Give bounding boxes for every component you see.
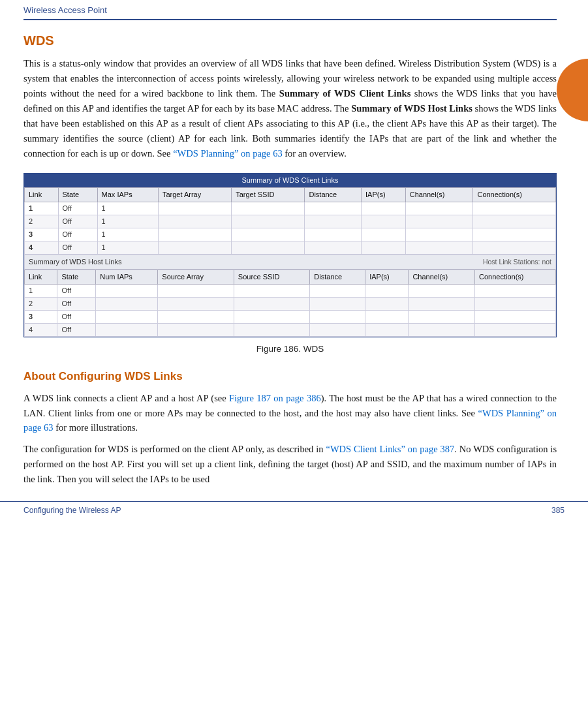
about-heading: About Configuring WDS Links: [23, 368, 557, 385]
footer-left: Configuring the Wireless AP: [23, 504, 121, 517]
col-iaps: IAP(s): [362, 187, 406, 202]
wds-figure: Summary of WDS Client Links Link State M…: [23, 173, 557, 338]
client-links-header: Summary of WDS Client Links: [24, 174, 556, 187]
table-row: 4 Off 1: [25, 241, 556, 255]
host-col-source-array: Source Array: [158, 270, 234, 285]
figure-caption: Figure 186. WDS: [23, 343, 557, 356]
col-connections: Connection(s): [473, 187, 556, 202]
wds-description: This is a status-only window that provid…: [23, 56, 557, 161]
header-title: Wireless Access Point: [23, 5, 107, 15]
host-col-iaps: IAP(s): [365, 270, 409, 285]
host-col-distance: Distance: [310, 270, 365, 285]
table-row: 3 Off 1: [25, 228, 556, 241]
host-col-source-ssid: Source SSID: [234, 270, 309, 285]
host-links-label: Summary of WDS Host Links: [29, 258, 121, 266]
decorative-circle: [557, 59, 588, 121]
col-distance: Distance: [305, 187, 362, 202]
host-col-num-iaps: Num IAPs: [96, 270, 158, 285]
host-links-table: Link State Num IAPs Source Array Source …: [24, 270, 556, 337]
wds-heading: WDS: [23, 31, 557, 51]
col-link: Link: [25, 187, 59, 202]
table-row: 1 Off 1: [25, 202, 556, 215]
host-col-link: Link: [25, 270, 57, 285]
col-channels: Channel(s): [405, 187, 473, 202]
page-footer: Configuring the Wireless AP 385: [0, 501, 588, 519]
figure-187-link[interactable]: Figure 187 on page 386: [229, 393, 321, 403]
table-row: 3 Off: [25, 311, 556, 324]
host-col-state: State: [57, 270, 96, 285]
wds-planning-link[interactable]: “WDS Planning” on page 63: [173, 148, 283, 159]
page-header: Wireless Access Point: [23, 0, 557, 20]
table-row: 1 Off: [25, 285, 556, 298]
host-col-connections: Connection(s): [475, 270, 556, 285]
host-links-separator: Summary of WDS Host Links Host Link Stat…: [24, 255, 556, 270]
col-target-ssid: Target SSID: [232, 187, 305, 202]
client-links-table: Link State Max IAPs Target Array Target …: [24, 187, 556, 255]
col-state: State: [58, 187, 97, 202]
about-paragraph-1: A WDS link connects a client AP and a ho…: [23, 391, 557, 436]
col-target-array: Target Array: [158, 187, 231, 202]
footer-right: 385: [551, 504, 565, 517]
table-row: 4 Off: [25, 324, 556, 337]
table-row: 2 Off 1: [25, 215, 556, 228]
host-stations-note: Host Link Stations: not: [483, 256, 551, 267]
about-paragraph-2: The configuration for WDS is performed o…: [23, 442, 557, 487]
col-max-iaps: Max IAPs: [97, 187, 158, 202]
wds-client-links-link[interactable]: “WDS Client Links” on page 387: [326, 444, 454, 454]
host-col-channels: Channel(s): [409, 270, 475, 285]
wds-planning-link-2[interactable]: “WDS Planning” on page 63: [23, 408, 557, 433]
table-row: 2 Off: [25, 298, 556, 311]
